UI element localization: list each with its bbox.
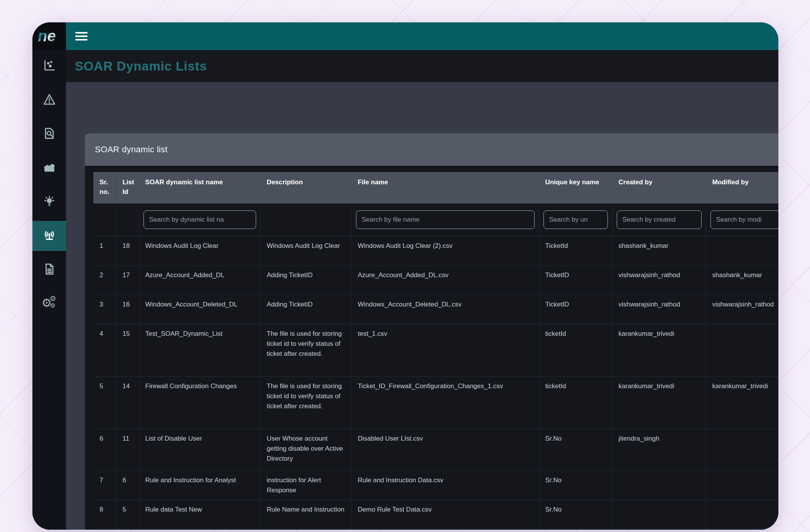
scatter-chart-icon	[43, 59, 56, 74]
table-row[interactable]: 4 15 Test_SOAR_Dynamic_List The file is …	[93, 324, 778, 376]
table-row[interactable]: 2 17 Azure_Account_Added_DL Adding Ticke…	[93, 265, 778, 295]
cell-list-id: 17	[116, 265, 139, 295]
cell-sr: 1	[93, 236, 116, 265]
cell-modified-by	[706, 324, 778, 376]
col-header-list-id: List Id	[116, 172, 139, 204]
sidebar-item-settings[interactable]: ⚙⚙⚙	[32, 289, 66, 319]
cell-created-by	[612, 500, 706, 528]
cell-list-id: 11	[116, 429, 139, 470]
cell-unique-key: TicketID	[539, 295, 612, 324]
cell-file-name: Azure_Account_Added_DL.csv	[351, 265, 539, 295]
cell-created-by: vishwarajsinh_rathod	[612, 265, 706, 295]
col-header-unique-key: Unique key name	[539, 172, 612, 204]
sidebar-item-investigation[interactable]	[32, 119, 66, 149]
cell-name: Windows_Account_Deleted_DL	[139, 295, 260, 324]
table-row[interactable]: 6 11 List of Disable User User Whose acc…	[93, 429, 778, 470]
broadcast-antenna-icon	[43, 229, 56, 243]
svg-text:ne: ne	[38, 28, 56, 44]
cell-modified-by: shashank_kumar	[706, 265, 778, 295]
cell-created-by: karankumar_trivedi	[612, 324, 706, 376]
cell-unique-key: Sr.No	[539, 500, 612, 528]
hamburger-menu-icon[interactable]	[75, 30, 88, 42]
area-chart-icon	[43, 161, 56, 175]
table-header-row: Sr. no. List Id SOAR dynamic list name D…	[93, 172, 778, 204]
cell-modified-by: vishwarajsinh_rathod	[706, 295, 778, 324]
cell-unique-key: ticketId	[539, 324, 612, 376]
cell-created-by: jitendra_singh	[612, 429, 706, 470]
sidebar-item-alerts[interactable]	[32, 85, 66, 115]
cell-description: Adding TicketID	[260, 295, 351, 324]
search-unique-key-input[interactable]	[543, 210, 608, 229]
cell-name: Rule data Test New	[139, 500, 260, 528]
cell-name: Firewall Configuration Changes	[139, 376, 260, 429]
soar-dynamic-list-table: Sr. no. List Id SOAR dynamic list name D…	[93, 172, 778, 530]
cell-name: Windows Audit Log Clear	[139, 236, 260, 265]
cell-sr: 5	[93, 376, 116, 429]
document-icon	[43, 263, 56, 277]
table-row-partial[interactable]	[93, 528, 778, 530]
cell-description: Adding TicketID	[260, 265, 351, 295]
cell-description: Rule Name and Instruction	[260, 500, 351, 528]
cell-sr: 7	[93, 470, 116, 500]
cell-unique-key: ticketId	[539, 376, 612, 429]
cell-description: instruction for Alert Response	[260, 470, 351, 500]
card-header: SOAR dynamic list	[85, 133, 778, 166]
cell-file-name: Windows_Account_Deleted_DL.csv	[351, 295, 539, 324]
cell-unique-key: TicketID	[539, 265, 612, 295]
cell-sr: 3	[93, 295, 116, 324]
warning-icon	[43, 93, 56, 108]
cell-modified-by	[706, 470, 778, 500]
cell-sr: 6	[93, 429, 116, 470]
sidebar-item-dashboard[interactable]	[32, 51, 66, 81]
cell-file-name: Windows Audit Log Clear (2).csv	[351, 236, 539, 265]
table-row[interactable]: 7 6 Rule and Instruction for Analyst ins…	[93, 470, 778, 500]
sidebar-item-insights[interactable]	[32, 187, 66, 217]
table-row[interactable]: 3 16 Windows_Account_Deleted_DL Adding T…	[93, 295, 778, 324]
cell-file-name: Rule and Instruction Data.csv	[351, 470, 539, 500]
app-logo[interactable]: ne	[32, 22, 66, 50]
cell-unique-key: TicketId	[539, 236, 612, 265]
topbar	[66, 22, 778, 50]
card-title: SOAR dynamic list	[95, 145, 167, 155]
sidebar-item-reports[interactable]	[32, 255, 66, 285]
card-body: Sr. no. List Id SOAR dynamic list name D…	[85, 166, 778, 530]
search-list-name-input[interactable]	[143, 210, 256, 229]
content-area: SOAR dynamic list Sr. no. List Id SOAR	[66, 82, 778, 530]
col-header-created-by: Created by	[612, 172, 706, 204]
col-header-description: Description	[260, 172, 351, 204]
sidebar-item-soar-dynamic-lists[interactable]	[32, 221, 66, 251]
cell-description: The file is used for storing ticket id t…	[260, 324, 351, 376]
cell-file-name: Ticket_ID_Firewall_Configuration_Changes…	[351, 376, 539, 429]
soar-dynamic-list-card: SOAR dynamic list Sr. no. List Id SOAR	[85, 133, 778, 530]
cell-created-by: vishwarajsinh_rathod	[612, 295, 706, 324]
idea-bulb-icon	[43, 195, 56, 209]
search-created-by-input[interactable]	[617, 210, 702, 229]
sidebar-item-trends[interactable]	[32, 153, 66, 183]
cell-description: User Whose account getting disable over …	[260, 429, 351, 470]
main-area: SOAR Dynamic Lists SOAR dynamic list	[66, 22, 778, 530]
search-file-name-input[interactable]	[356, 210, 535, 229]
sidebar: ne	[32, 22, 66, 530]
app-window: ne	[32, 22, 778, 530]
search-modified-by-input[interactable]	[710, 210, 779, 229]
cell-name: Test_SOAR_Dynamic_List	[139, 324, 260, 376]
page-title: SOAR Dynamic Lists	[75, 59, 207, 74]
document-search-icon	[43, 127, 56, 141]
table-row[interactable]: 5 14 Firewall Configuration Changes The …	[93, 376, 778, 429]
cell-description: The file is used for storing ticket id t…	[260, 376, 351, 429]
col-header-file-name: File name	[351, 172, 539, 204]
table-search-row	[93, 204, 778, 236]
cell-name: Azure_Account_Added_DL	[139, 265, 260, 295]
col-header-sr: Sr. no.	[93, 172, 116, 204]
cell-unique-key: Sr.No	[539, 429, 612, 470]
cell-unique-key: Sr.No	[539, 470, 612, 500]
cell-sr: 8	[93, 500, 116, 528]
table-row[interactable]: 8 5 Rule data Test New Rule Name and Ins…	[93, 500, 778, 528]
title-bar: SOAR Dynamic Lists	[66, 50, 778, 82]
col-header-name: SOAR dynamic list name	[139, 172, 260, 204]
cell-created-by: shashank_kumar	[612, 236, 706, 265]
cell-created-by	[612, 470, 706, 500]
table-row[interactable]: 1 18 Windows Audit Log Clear Windows Aud…	[93, 236, 778, 265]
cell-name: Rule and Instruction for Analyst	[139, 470, 260, 500]
logo-ne-graphic: ne	[37, 28, 61, 44]
